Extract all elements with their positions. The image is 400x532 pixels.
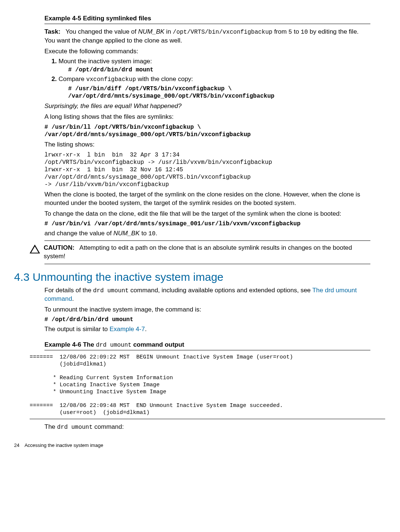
caution-text: CAUTION: Attempting to edit a path on th…: [44, 244, 370, 261]
var-num-bk: NUM_BK: [138, 28, 164, 35]
text: in: [164, 28, 173, 35]
listing-shows-text: The listing shows:: [44, 141, 370, 149]
section-4-3-p2: To unmount the inactive system image, th…: [44, 306, 370, 314]
ll-command: # /usr/bin/ll /opt/VRTS/bin/vxconfigback…: [44, 124, 370, 138]
text: .: [145, 326, 147, 333]
text: For details of the: [44, 287, 93, 294]
when-clone-text: When the clone is booted, the target of …: [44, 191, 370, 208]
text: and change the value of: [44, 230, 113, 237]
example-4-5-title: Example 4-5 Editing symlinked files: [44, 15, 370, 22]
text: from: [272, 28, 288, 35]
trailing-text: The drd umount command:: [44, 423, 370, 432]
divider: [44, 24, 370, 24]
caution-block: CAUTION: Attempting to edit a path on th…: [44, 244, 370, 261]
long-listing-text: A long listing shows that the files are …: [44, 113, 370, 121]
code-cmd: drd umount: [96, 342, 131, 349]
step-2-inline-code: vxconfigbackup: [86, 76, 136, 83]
task-label: Task:: [44, 28, 60, 35]
and-change-text: and change the value of NUM_BK to 10.: [44, 229, 370, 238]
divider: [30, 419, 385, 419]
caution-icon: [30, 245, 40, 253]
step-1: Mount the inactive system image: # /opt/…: [59, 58, 370, 73]
example-4-6-output: ======= 12/08/06 22:09:22 MST BEGIN Unmo…: [30, 354, 385, 417]
to-change-text: To change the data on the clone, edit th…: [44, 210, 370, 218]
var-num-bk: NUM_BK: [113, 230, 140, 237]
page-footer: 24 Accessing the inactive system image: [14, 442, 370, 448]
vi-command: # /usr/bin/vi /var/opt/drd/mnts/sysimage…: [44, 220, 370, 227]
text: You changed the value of: [66, 28, 138, 35]
text: Example 4-6 The: [44, 341, 96, 348]
section-4-3-heading: 4.3 Unmounting the inactive system image: [14, 271, 370, 283]
text: command:: [93, 423, 124, 430]
step-2: Compare vxconfigbackup with the clone co…: [59, 75, 370, 100]
section-4-3-p3: The output is similar to Example 4-7.: [44, 325, 370, 334]
footer-section: Accessing the inactive system image: [24, 442, 103, 448]
link-example-4-7[interactable]: Example 4-7: [110, 326, 145, 333]
text: to: [292, 28, 301, 35]
text: command, including available options and…: [129, 287, 312, 294]
page-number: 24: [14, 442, 19, 448]
step-1-text: Mount the inactive system image:: [59, 58, 152, 65]
code-path: /opt/VRTS/bin/vxconfigbackup: [173, 29, 273, 36]
steps-list: Mount the inactive system image: # /opt/…: [51, 58, 370, 100]
text: to: [140, 230, 149, 237]
execute-text: Execute the following commands:: [44, 47, 370, 56]
step-2-code: # /usr/bin/diff /opt/VRTS/bin/vxconfigba…: [68, 85, 370, 100]
code-cmd: drd umount: [93, 287, 129, 294]
step-2-pre: Compare: [59, 75, 86, 83]
task-paragraph: Task: You changed the value of NUM_BK in…: [44, 28, 370, 45]
divider: [44, 350, 370, 350]
text: command output: [131, 341, 184, 348]
text: .: [72, 295, 74, 302]
umount-command: # /opt/drd/bin/drd umount: [44, 316, 370, 323]
step-1-code: # /opt/drd/bin/drd mount: [68, 67, 370, 73]
text: The: [44, 423, 57, 430]
caution-label: CAUTION:: [44, 244, 74, 251]
divider: [44, 240, 370, 241]
text: .: [156, 230, 157, 237]
text: The output is similar to: [44, 326, 110, 333]
listing-output: lrwxr-xr-x l bin bin 32 Apr 3 17:34 /opt…: [44, 151, 370, 188]
section-4-3-p1: For details of the drd umount command, i…: [44, 286, 370, 304]
step-2-post: with the clone copy:: [136, 75, 193, 83]
example-4-6-title: Example 4-6 The drd umount command outpu…: [44, 341, 370, 349]
code-value: 10: [301, 29, 308, 36]
surprising-text: Surprisingly, the files are equal! What …: [44, 102, 370, 111]
code-cmd: drd umount: [57, 424, 93, 431]
divider: [44, 264, 370, 264]
caution-body: Attempting to edit a path on the clone t…: [44, 244, 352, 260]
code-value: 10: [149, 230, 156, 237]
